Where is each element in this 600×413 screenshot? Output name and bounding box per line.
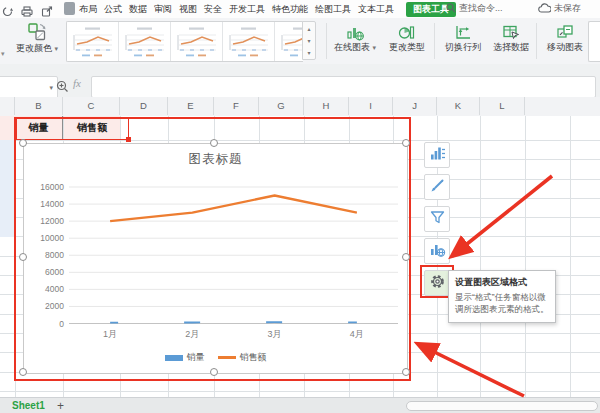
chevron-down-icon: ▾ xyxy=(49,84,53,92)
chart-style-thumb[interactable] xyxy=(119,22,171,61)
chart-resize-handle[interactable] xyxy=(19,139,27,147)
column-header-sliver[interactable] xyxy=(0,97,15,115)
tooltip-format-chart-area: 设置图表区域格式 显示“格式”任务窗格以微调所选图表元素的格式。 xyxy=(448,270,556,323)
horizontal-scrollbar[interactable] xyxy=(406,401,598,411)
ribbon-separator xyxy=(326,23,327,59)
collapsed-pane-icon[interactable] xyxy=(64,2,75,15)
style-gallery xyxy=(66,21,303,62)
chart-filter-icon xyxy=(429,209,446,230)
svg-text:14000: 14000 xyxy=(40,199,64,209)
ribbon: ▾ 更改颜色 ▾ ▴▾▾ 在线图表 ▾更改类型切换行列选择数据移动图表 xyxy=(0,18,600,65)
chart-resize-handle[interactable] xyxy=(19,253,27,261)
gallery-more-button[interactable]: ▴▾▾ xyxy=(302,21,316,60)
tooltip-body: 显示“格式”任务窗格以微调所选图表元素的格式。 xyxy=(455,292,549,316)
side-button-online-chart[interactable] xyxy=(424,238,450,264)
ribbon-button-切换行列[interactable]: 切换行列 xyxy=(438,20,488,61)
svg-text:10000: 10000 xyxy=(40,233,64,243)
annotation-red-handle xyxy=(126,137,131,142)
row1-sliver-highlight xyxy=(0,116,15,140)
legend-item-销售额[interactable]: 销售额 xyxy=(218,351,267,364)
legend-label: 销量 xyxy=(187,351,205,364)
column-header-B[interactable]: B xyxy=(15,97,63,115)
chart-plot-area: 02000400060008000100001200014000160001月2… xyxy=(24,144,407,373)
cell-C1-value: 销售额 xyxy=(77,121,107,135)
column-header-I[interactable]: I xyxy=(349,97,393,115)
save-status[interactable]: 未保存 xyxy=(538,2,581,15)
switch-rowcol-icon xyxy=(438,20,488,41)
move-chart-icon xyxy=(540,20,590,41)
selected-rows-highlight xyxy=(0,140,15,237)
chart-resize-handle[interactable] xyxy=(402,253,410,261)
find-command[interactable]: 查找命令... xyxy=(446,2,503,15)
column-header-C[interactable]: C xyxy=(63,97,120,115)
svg-text:12000: 12000 xyxy=(40,216,64,226)
menu-tab-特色功能[interactable]: 特色功能 xyxy=(272,3,308,16)
side-button-chart-filter[interactable] xyxy=(424,206,450,232)
cell-B1[interactable]: 销量 xyxy=(15,116,63,140)
chart-resize-handle[interactable] xyxy=(19,368,27,376)
column-header-G[interactable]: G xyxy=(259,97,304,115)
add-sheet-button[interactable]: + xyxy=(57,399,64,413)
menu-tab-文本工具[interactable]: 文本工具 xyxy=(358,3,394,16)
menu-tab-开发工具[interactable]: 开发工具 xyxy=(229,3,265,16)
find-command-label: 查找命令... xyxy=(459,2,503,15)
formula-bar: ▾ fx xyxy=(0,64,600,98)
menu-tab-绘图工具[interactable]: 绘图工具 xyxy=(315,3,351,16)
column-header-L[interactable]: L xyxy=(480,97,525,115)
column-header-F[interactable]: F xyxy=(214,97,259,115)
ribbon-button-更改类型[interactable]: 更改类型 xyxy=(382,20,432,61)
side-button-chart-elements[interactable] xyxy=(424,142,450,168)
menu-tab-审阅[interactable]: 审阅 xyxy=(154,3,172,16)
menu-tab-公式[interactable]: 公式 xyxy=(104,3,122,16)
menu-tab-安全[interactable]: 安全 xyxy=(204,3,222,16)
insert-function-button[interactable]: fx xyxy=(73,77,81,89)
chart-resize-handle[interactable] xyxy=(402,368,410,376)
chart-resize-handle[interactable] xyxy=(210,139,218,147)
chevron-down-icon: ▾ xyxy=(55,45,59,52)
column-header-K[interactable]: K xyxy=(437,97,480,115)
column-header-D[interactable]: D xyxy=(120,97,168,115)
menu-tab-数据[interactable]: 数据 xyxy=(129,3,147,16)
change-color-label: 更改颜色 xyxy=(16,43,52,53)
change-color-button[interactable]: 更改颜色 ▾ xyxy=(10,20,64,61)
column-headers: BCDEFGHIJKL xyxy=(0,97,600,117)
svg-text:6000: 6000 xyxy=(45,267,64,277)
ribbon-overflow-caret[interactable]: ▾ xyxy=(1,50,5,58)
column-header-E[interactable]: E xyxy=(168,97,214,115)
zoom-magnifier-icon[interactable] xyxy=(56,79,69,97)
tooltip-title: 设置图表区域格式 xyxy=(455,276,549,289)
ribbon-button-选择数据[interactable]: 选择数据 xyxy=(486,20,536,61)
wps-spreadsheet-window: 布局公式数据审阅视图安全开发工具特色功能绘图工具文本工具 图表工具 查找命令..… xyxy=(0,0,600,413)
chart-style-thumb[interactable] xyxy=(223,22,275,61)
side-button-settings-gear[interactable] xyxy=(424,270,450,296)
menubar: 布局公式数据审阅视图安全开发工具特色功能绘图工具文本工具 图表工具 查找命令..… xyxy=(0,0,600,19)
legend-item-销量[interactable]: 销量 xyxy=(165,351,205,364)
formula-input[interactable] xyxy=(91,76,596,98)
ribbon-button-在线图表[interactable]: 在线图表 ▾ xyxy=(330,20,380,61)
chart-object[interactable]: 图表标题 02000400060008000100001200014000160… xyxy=(23,143,408,374)
chart-style-thumb[interactable] xyxy=(67,22,119,61)
svg-text:4月: 4月 xyxy=(350,329,364,339)
menu-tabs: 布局公式数据审阅视图安全开发工具特色功能绘图工具文本工具 xyxy=(79,0,394,18)
chart-style-brush-icon xyxy=(429,177,446,198)
menu-tab-布局[interactable]: 布局 xyxy=(79,3,97,16)
column-header-J[interactable]: J xyxy=(393,97,437,115)
svg-text:16000: 16000 xyxy=(40,182,64,192)
ribbon-separator xyxy=(434,23,435,59)
chart-legend[interactable]: 销量销售额 xyxy=(24,351,407,364)
chart-resize-handle[interactable] xyxy=(210,368,218,376)
menu-tab-视图[interactable]: 视图 xyxy=(179,3,197,16)
sheet-tab-bar: Sheet1 + xyxy=(0,397,600,413)
cell-B1-value: 销量 xyxy=(29,121,49,135)
chart-title[interactable]: 图表标题 xyxy=(24,151,407,168)
side-button-chart-style-brush[interactable] xyxy=(424,174,450,200)
chart-style-thumb[interactable] xyxy=(171,22,223,61)
ribbon-cut-panel xyxy=(588,21,600,62)
column-header-H[interactable]: H xyxy=(304,97,349,115)
cell-C1[interactable]: 销售额 xyxy=(64,116,120,140)
change-type-icon xyxy=(382,20,432,41)
sheet-tab-sheet1[interactable]: Sheet1 xyxy=(12,400,45,411)
chart-style-thumb[interactable] xyxy=(275,22,303,61)
ribbon-button-移动图表[interactable]: 移动图表 xyxy=(540,20,590,61)
chart-resize-handle[interactable] xyxy=(402,139,410,147)
